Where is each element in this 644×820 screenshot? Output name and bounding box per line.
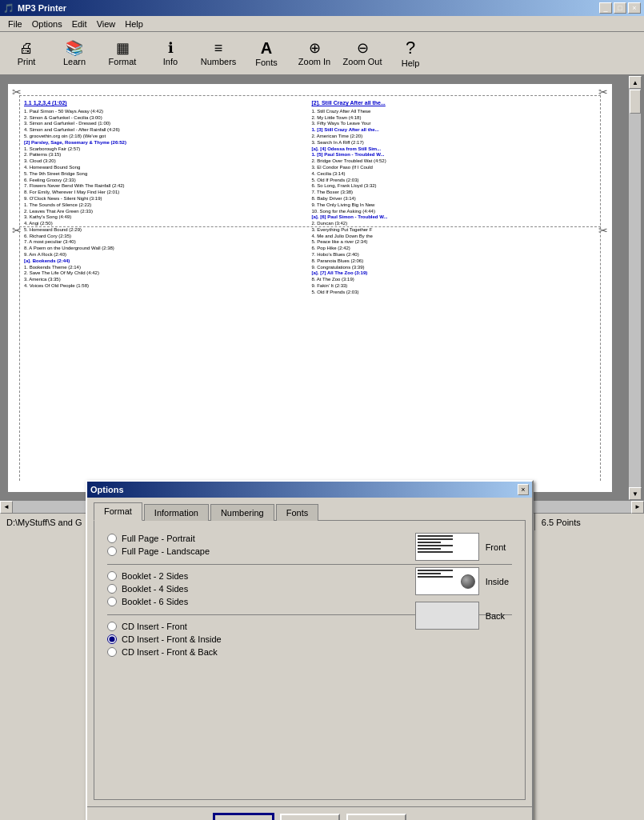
tracks-area: 1.1 1,2,3,4 (1:02) 1. Paul Simon - 50 Wa… xyxy=(22,98,598,478)
print-button[interactable]: 🖨 Print xyxy=(3,34,50,73)
menu-options[interactable]: Options xyxy=(27,18,67,30)
rtrack-7: 3. El Condor Paso (If I Could xyxy=(312,165,597,171)
track-26: 3. America (3:35) xyxy=(24,277,309,283)
zoom-in-button[interactable]: ⊕ Zoom In xyxy=(291,34,338,73)
track-10: 5. The 9th Street Bridge Song xyxy=(24,171,309,178)
track-6: 1. Scarborough Fair (2:57) xyxy=(24,146,309,153)
scroll-up-button[interactable]: ▲ xyxy=(629,76,642,89)
scroll-left-button[interactable]: ◄ xyxy=(0,501,13,514)
rtrack-19: 6. Pop Hike (2:42) xyxy=(312,246,597,252)
scroll-thumb[interactable] xyxy=(630,90,641,114)
rtrack-13: 9. The Only Living Big In New xyxy=(312,202,597,209)
track-2: 2. Simon & Garfunkel - Cecilia (3:00) xyxy=(24,115,309,122)
rtrack-25: 5. Old If Prends (2:03) xyxy=(312,290,597,296)
zoom-out-button[interactable]: ⊖ Zoom Out xyxy=(339,34,386,73)
tab-numbering[interactable]: Numbering xyxy=(210,504,274,521)
rtrack-11: 7. The Boxer (3:38) xyxy=(312,190,597,196)
info-button[interactable]: ℹ Info xyxy=(147,34,194,73)
track-1: 1. Paul Simon - 50 Ways Away (4:42) xyxy=(24,109,309,115)
page-container: ✂ ✂ ✂ ✂ 1.1 1,2,3,4 (1:02) 1. Paul Simon… xyxy=(8,84,612,492)
track-5: 5. groovethin.org oin (2:18) (We've got xyxy=(24,134,309,140)
help-icon: ? xyxy=(406,39,415,57)
track-column-left: 1.1 1,2,3,4 (1:02) 1. Paul Simon - 50 Wa… xyxy=(22,98,310,478)
dialog-title-text: Options xyxy=(90,485,124,494)
fonts-label: Fonts xyxy=(255,58,278,67)
rtrack-20: 7. Hobo's Blues (2:40) xyxy=(312,252,597,258)
menu-file[interactable]: File xyxy=(3,18,27,30)
scroll-right-button[interactable]: ► xyxy=(631,501,644,514)
rtrack-14: 10. Song for the Asking (4:44) xyxy=(312,209,597,215)
learn-button[interactable]: 📚 Learn xyxy=(51,34,98,73)
ralbum-5: 1. [5] Paul Simon - Troubled W... xyxy=(312,152,597,158)
menu-help[interactable]: Help xyxy=(120,18,148,30)
tab-information[interactable]: Information xyxy=(144,504,209,521)
track-7: 2. Patterns (3:15) xyxy=(24,152,309,158)
minimize-button[interactable]: _ xyxy=(599,2,612,14)
tab-format[interactable]: Format xyxy=(94,502,142,521)
format-label: Format xyxy=(109,57,137,66)
scroll-track[interactable] xyxy=(629,89,641,487)
menu-edit[interactable]: Edit xyxy=(67,18,92,30)
track-column-right: [2]. Still Crazy After all the... 1. Sti… xyxy=(310,98,598,478)
rtrack-23: 8. At The Zoo (3:19) xyxy=(312,277,597,283)
help-button[interactable]: ? Help xyxy=(387,34,434,73)
track-25: 2. Save The Life Of My Child (4:42) xyxy=(24,270,309,277)
dashed-right xyxy=(600,95,601,481)
track-11: 6. Feeling Groovy (2:33) xyxy=(24,178,309,184)
track-4: 4. Simon and Garfunkel - After Rainfall … xyxy=(24,127,309,134)
numbers-icon: ≡ xyxy=(214,41,223,55)
rtrack-24: 9. Fakin' It (2:33) xyxy=(312,283,597,290)
rtrack-9: 5. Old If Prends (2:03) xyxy=(312,178,597,184)
rtrack-18: 5. Peace like a river (2:34) xyxy=(312,239,597,246)
dashed-top xyxy=(19,95,601,96)
numbers-label: Numbers xyxy=(201,57,237,66)
tab-fonts[interactable]: Fonts xyxy=(276,504,319,521)
maximize-button[interactable]: □ xyxy=(614,2,626,14)
rtrack-1: 1. Still Crazy After All These xyxy=(312,109,597,115)
numbers-button[interactable]: ≡ Numbers xyxy=(195,34,242,73)
track-18: 4. Angi (2:50) xyxy=(24,221,309,227)
document-view: ✂ ✂ ✂ ✂ 1.1 1,2,3,4 (1:02) 1. Paul Simon… xyxy=(0,76,628,500)
track-23: 9. Am A Rock (2:40) xyxy=(24,252,309,258)
ralbum-7: [a]. [7] All The Zoo (3:19) xyxy=(312,270,597,277)
print-label: Print xyxy=(18,57,36,66)
track-27: 4. Voices Of Old People (1:58) xyxy=(24,283,309,290)
rtrack-17: 4. Me and Julio Down By the xyxy=(312,234,597,240)
track-9: 4. Homeward Bound Song xyxy=(24,165,309,171)
fonts-button[interactable]: A Fonts xyxy=(243,34,290,73)
rtrack-5: 3. Search In A Riff (2:17) xyxy=(312,140,597,146)
rtrack-4: 2. American Time (2:20) xyxy=(312,134,597,140)
tab-content-format: Full Page - Portrait Full Page - Landsca… xyxy=(94,520,526,530)
info-label: Info xyxy=(163,57,178,66)
zoom-in-icon: ⊕ xyxy=(309,41,321,55)
vertical-scrollbar[interactable]: ▲ ▼ xyxy=(628,76,641,500)
dashed-left xyxy=(19,95,20,481)
ralbum-4: [a]. [4] Odessa from Still Sim... xyxy=(312,146,597,153)
learn-icon: 📚 xyxy=(66,41,83,55)
track-15: 1. The Sounds of Silence (2:22) xyxy=(24,202,309,209)
zoom-out-label: Zoom Out xyxy=(343,57,382,66)
menu-view[interactable]: View xyxy=(92,18,121,30)
dialog-close-button[interactable]: × xyxy=(518,484,529,495)
format-button[interactable]: ▦ Format xyxy=(99,34,146,73)
print-icon: 🖨 xyxy=(19,41,34,55)
format-icon: ▦ xyxy=(116,41,130,55)
menu-bar: File Options Edit View Help xyxy=(0,16,644,32)
track-20: 6. Richard Cory (2:35) xyxy=(24,234,309,240)
dialog-body: Format Information Numbering Fonts Full … xyxy=(87,498,532,530)
album-title-2: [2] Parsley, Sage, Rosemary & Thyme (26:… xyxy=(24,140,309,146)
options-dialog: Options × Format Information Numbering F… xyxy=(86,480,534,530)
status-points: 6.5 Points xyxy=(535,514,644,530)
album-still-crazy: [2]. Still Crazy After all the... xyxy=(312,100,597,107)
track-17: 3. Kathy's Song (4:49) xyxy=(24,214,309,221)
rtrack-8: 4. Cecilia (3:14) xyxy=(312,171,597,178)
close-button[interactable]: × xyxy=(628,2,641,14)
scroll-down-button[interactable]: ▼ xyxy=(629,487,642,500)
rtrack-12: 8. Baby Driver (3:14) xyxy=(312,196,597,202)
info-icon: ℹ xyxy=(168,41,174,55)
rtrack-2: 2. My Little Town (4:18) xyxy=(312,115,597,122)
album-title-1: 1.1 1,2,3,4 (1:02) xyxy=(24,100,309,107)
tab-bar: Format Information Numbering Fonts xyxy=(94,504,526,521)
album-bookends: [a]. Bookends (2:44) xyxy=(24,258,309,265)
track-8: 3. Cloud (3:20) xyxy=(24,158,309,165)
